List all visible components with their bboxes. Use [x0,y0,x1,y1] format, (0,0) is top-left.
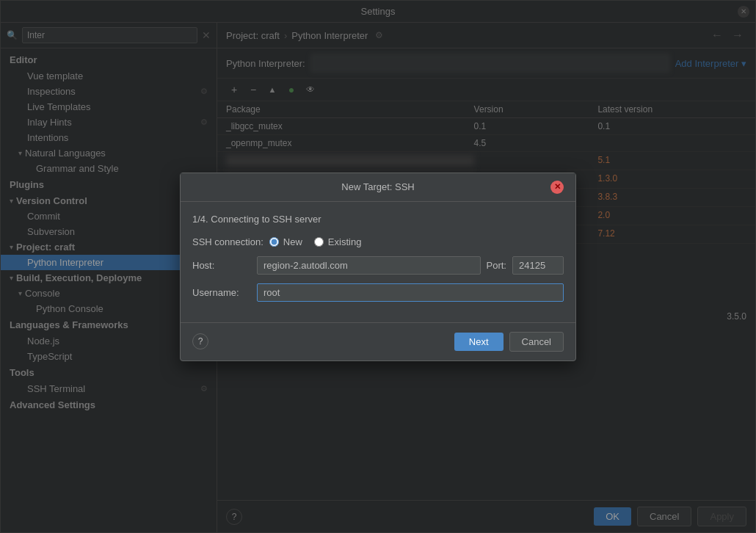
dialog-step-label: 1/4. Connecting to SSH server [192,214,564,225]
host-row: Host: Port: [192,256,564,275]
dialog-body: 1/4. Connecting to SSH server SSH connec… [181,202,575,322]
username-row: Username: [192,283,564,302]
dialog-help-button[interactable]: ? [192,333,208,349]
dialog-title-bar: New Target: SSH ✕ [181,173,575,202]
next-button[interactable]: Next [454,333,504,351]
dialog-overlay: New Target: SSH ✕ 1/4. Connecting to SSH… [0,0,756,533]
radio-new-label[interactable]: New [283,236,302,247]
radio-existing-option[interactable]: Existing [314,236,362,247]
radio-new-option[interactable]: New [269,236,302,247]
radio-existing-input[interactable] [314,237,324,247]
radio-group: New Existing [269,236,362,247]
dialog-footer: ? Next Cancel [181,322,575,360]
dialog-close-button[interactable]: ✕ [550,181,564,194]
radio-existing-label[interactable]: Existing [328,236,362,247]
radio-new-input[interactable] [269,237,279,247]
dialog-cancel-button[interactable]: Cancel [509,332,564,352]
ssh-connection-label: SSH connection: [192,236,263,247]
host-label: Host: [192,260,251,271]
ssh-connection-row: SSH connection: New Existing [192,236,564,247]
ssh-dialog: New Target: SSH ✕ 1/4. Connecting to SSH… [180,173,576,361]
port-input[interactable] [512,256,564,275]
dialog-title: New Target: SSH [206,181,550,192]
username-input[interactable] [257,283,564,302]
port-label: Port: [487,260,506,271]
settings-window: Settings ✕ 🔍 ✕ Editor Vue template Inspe… [0,0,756,533]
username-label: Username: [192,287,251,298]
host-input[interactable] [257,256,481,275]
